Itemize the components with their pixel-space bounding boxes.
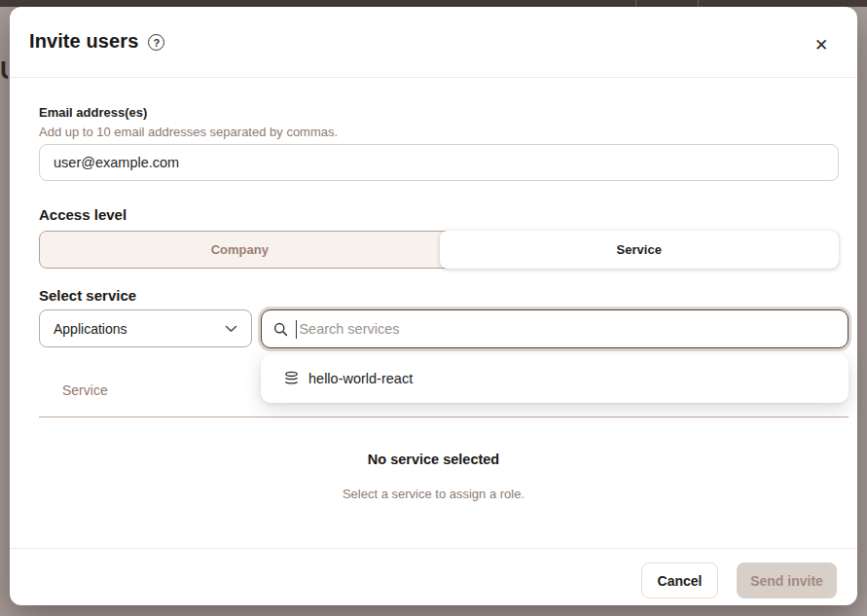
access-level-option-company[interactable]: Company	[40, 232, 440, 268]
background-page-fragment: U	[0, 55, 8, 87]
stack-icon	[284, 371, 299, 386]
cancel-button[interactable]: Cancel	[641, 562, 718, 598]
email-field[interactable]	[39, 144, 839, 181]
close-icon[interactable]: ✕	[811, 34, 832, 55]
search-input[interactable]	[299, 321, 836, 337]
send-invite-button[interactable]: Send invite	[737, 562, 837, 598]
email-label: Email address(es)	[39, 105, 147, 120]
service-table-header: Service	[62, 382, 108, 398]
access-level-toggle: Company Service	[39, 231, 839, 269]
invite-users-dialog: Invite users ? ✕ Email address(es) Add u…	[10, 7, 857, 605]
email-helper-text: Add up to 10 email addresses separated b…	[39, 125, 338, 139]
topbar-separator	[635, 0, 636, 7]
service-search-box	[261, 309, 849, 348]
search-results-panel: hello-world-react	[261, 354, 849, 403]
access-level-label: Access level	[39, 206, 126, 223]
empty-state-title: No service selected	[10, 452, 857, 467]
chevron-down-icon	[225, 325, 237, 333]
table-divider	[39, 417, 849, 417]
search-result-hello-world-react[interactable]: hello-world-react	[261, 354, 849, 403]
text-caret	[296, 320, 297, 339]
search-result-label: hello-world-react	[308, 371, 413, 386]
topbar-separator	[698, 0, 699, 7]
select-service-label: Select service	[39, 287, 136, 304]
dialog-title: Invite users	[29, 30, 138, 53]
background-topbar	[0, 0, 867, 7]
search-icon	[273, 322, 288, 337]
service-category-value: Applications	[54, 321, 127, 337]
help-icon[interactable]: ?	[148, 34, 164, 51]
access-level-option-service[interactable]: Service	[440, 231, 840, 269]
empty-state-subtitle: Select a service to assign a role.	[10, 487, 857, 501]
dialog-header: Invite users ? ✕	[10, 7, 857, 78]
footer-divider	[10, 548, 857, 549]
service-category-dropdown[interactable]: Applications	[39, 309, 252, 347]
